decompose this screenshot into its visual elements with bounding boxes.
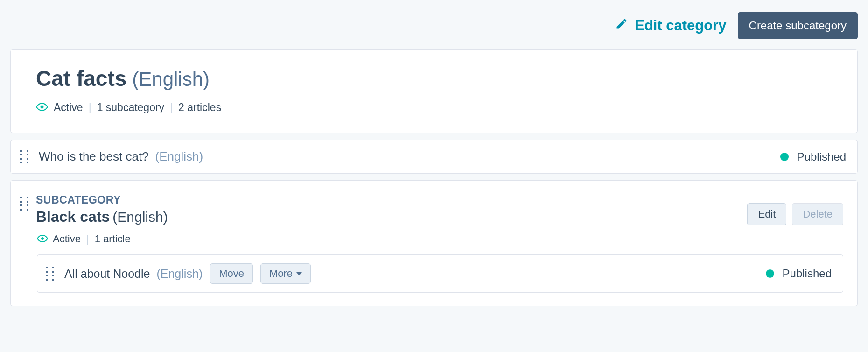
category-title: Cat facts xyxy=(36,66,126,91)
subcategory-card: SUBCATEGORY Black cats (English) Edit De… xyxy=(10,180,858,306)
pencil-icon xyxy=(615,17,628,34)
edit-category-label: Edit category xyxy=(635,17,726,34)
category-header-card: Cat facts (English) Active | 1 subcatego… xyxy=(10,49,858,133)
more-button[interactable]: More xyxy=(260,263,311,284)
subcategory-meta-row: Active | 1 article xyxy=(37,233,843,245)
meta-separator: | xyxy=(83,101,97,114)
status-dot-icon xyxy=(780,153,789,161)
chevron-down-icon xyxy=(296,272,302,275)
nested-article-status: Published xyxy=(766,267,832,280)
subcategory-label: SUBCATEGORY xyxy=(36,194,168,206)
category-title-row: Cat facts (English) xyxy=(36,66,832,91)
subcategory-status: Active xyxy=(53,233,81,245)
drag-handle-icon[interactable] xyxy=(20,197,28,211)
category-status: Active xyxy=(54,101,83,114)
eye-icon xyxy=(37,233,53,245)
meta-separator: | xyxy=(81,233,95,245)
meta-separator: | xyxy=(164,101,178,114)
article-status: Published xyxy=(780,150,846,163)
svg-point-1 xyxy=(41,237,44,240)
article-row-left: Who is the best cat? (English) xyxy=(20,149,203,164)
edit-category-link[interactable]: Edit category xyxy=(615,17,726,34)
edit-button[interactable]: Edit xyxy=(747,203,786,225)
category-language: (English) xyxy=(132,68,210,91)
delete-button[interactable]: Delete xyxy=(792,203,843,225)
eye-icon xyxy=(36,101,54,114)
drag-handle-icon[interactable] xyxy=(20,150,28,164)
article-row[interactable]: Who is the best cat? (English) Published xyxy=(10,140,858,174)
subcategory-name: Black cats xyxy=(36,208,110,225)
category-subcategory-count: 1 subcategory xyxy=(97,101,164,114)
nested-article-left: All about Noodle (English) Move More xyxy=(46,263,311,284)
status-dot-icon xyxy=(766,269,774,278)
article-language: (English) xyxy=(155,149,203,164)
subcategory-article-count: 1 article xyxy=(95,233,131,245)
subcategory-name-row: Black cats (English) xyxy=(36,208,168,225)
more-button-label: More xyxy=(269,268,293,280)
nested-article-status-label: Published xyxy=(783,267,832,280)
move-button[interactable]: Move xyxy=(210,263,253,284)
create-subcategory-button[interactable]: Create subcategory xyxy=(738,12,858,39)
nested-article-title: All about Noodle xyxy=(64,267,150,281)
svg-point-0 xyxy=(41,106,44,109)
subcategory-header: SUBCATEGORY Black cats (English) Edit De… xyxy=(20,194,843,225)
drag-handle-icon[interactable] xyxy=(46,267,54,281)
category-article-count: 2 articles xyxy=(178,101,221,114)
article-status-label: Published xyxy=(797,150,846,163)
subcategory-action-buttons: Edit Delete xyxy=(747,203,843,225)
subcategory-language: (English) xyxy=(112,209,168,225)
nested-article-language: (English) xyxy=(156,267,203,281)
top-actions: Edit category Create subcategory xyxy=(10,0,858,49)
article-title: Who is the best cat? xyxy=(39,149,149,164)
nested-article-row[interactable]: All about Noodle (English) Move More Pub… xyxy=(37,254,843,293)
category-meta-row: Active | 1 subcategory | 2 articles xyxy=(36,101,832,114)
subcategory-header-left: SUBCATEGORY Black cats (English) xyxy=(20,194,168,225)
